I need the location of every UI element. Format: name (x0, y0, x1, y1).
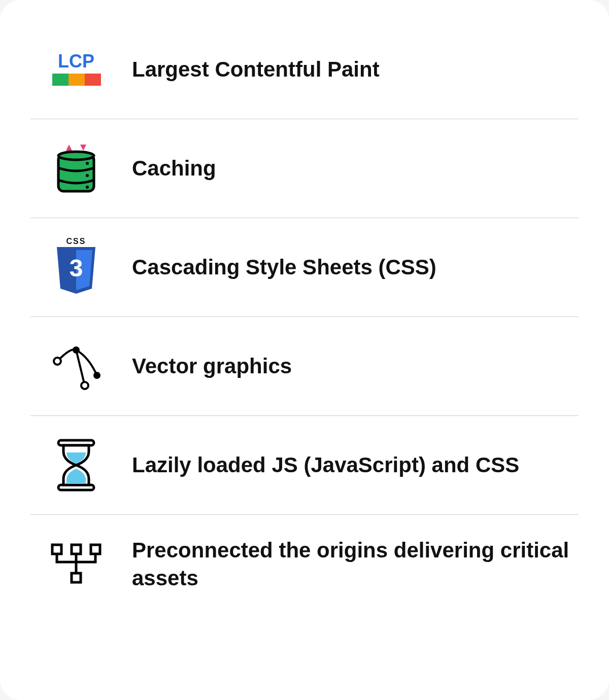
svg-rect-1 (52, 74, 69, 86)
svg-point-8 (86, 162, 89, 165)
svg-text:LCP: LCP (58, 51, 94, 72)
list-item-label: Vector graphics (122, 353, 579, 380)
svg-rect-25 (72, 573, 81, 582)
svg-point-9 (86, 174, 89, 177)
list-item: Caching (30, 119, 579, 218)
list-item-label: Largest Contentful Paint (122, 56, 579, 84)
svg-point-7 (58, 152, 94, 160)
svg-point-10 (86, 186, 89, 189)
list-item-label: Caching (122, 155, 579, 183)
vector-icon (30, 341, 122, 392)
svg-point-19 (81, 382, 88, 389)
lcp-icon: LCP (30, 49, 122, 90)
list-item: Lazily loaded JS (JavaScript) and CSS (30, 416, 579, 515)
list-item-label: Cascading Style Sheets (CSS) (122, 254, 579, 282)
list-item: LCP Largest Contentful Paint (30, 20, 579, 119)
hourglass-icon (30, 437, 122, 493)
css-icon: CSS 3 (30, 237, 122, 298)
svg-point-17 (73, 346, 80, 354)
svg-text:3: 3 (70, 255, 83, 282)
svg-rect-2 (69, 74, 85, 86)
svg-rect-3 (85, 74, 101, 86)
list-item: Preconnected the origins delivering crit… (30, 515, 579, 614)
list-item-label: Preconnected the origins delivering crit… (122, 537, 579, 592)
svg-text:CSS: CSS (66, 237, 86, 246)
svg-marker-4 (66, 145, 72, 151)
list-item: Vector graphics (30, 317, 579, 416)
list-item: CSS 3 Cascading Style Sheets (CSS) (30, 218, 579, 317)
svg-rect-22 (52, 545, 61, 554)
feature-list-card: LCP Largest Contentful Paint (0, 0, 609, 700)
svg-point-16 (54, 358, 61, 365)
caching-icon (30, 141, 122, 196)
preconnect-icon (30, 542, 122, 587)
svg-rect-23 (72, 545, 81, 554)
list-item-label: Lazily loaded JS (JavaScript) and CSS (122, 451, 579, 479)
svg-marker-5 (80, 145, 86, 151)
svg-rect-24 (91, 545, 100, 554)
svg-point-18 (93, 372, 100, 379)
